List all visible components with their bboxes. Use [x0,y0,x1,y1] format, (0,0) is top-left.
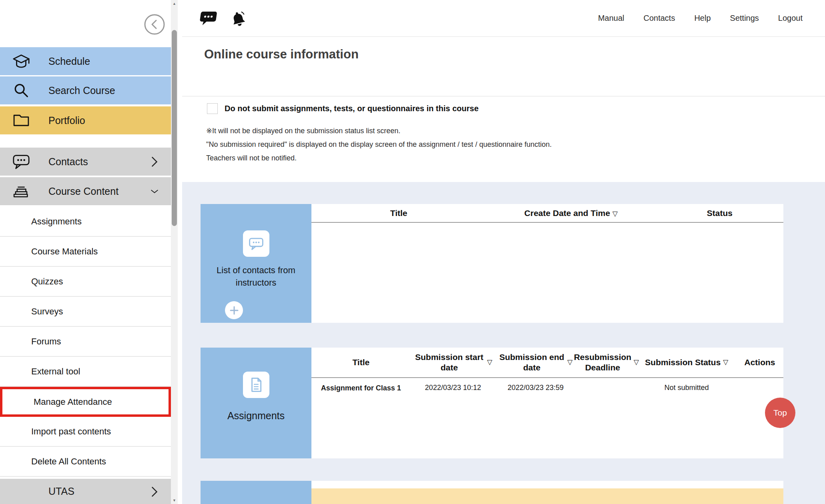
column-header-status: Status [656,208,783,218]
column-header-label: Create Date and Time [524,208,610,218]
nav-contacts[interactable]: Contacts [643,14,675,23]
column-header-label: Resubmission Deadline [574,352,632,373]
folder-icon [12,111,30,130]
sidebar-item-forums[interactable]: Forums [0,327,171,357]
contacts-card: List of contacts from instructors Title … [201,204,783,323]
column-header-submission-start: Submission start date ▽ [411,348,496,377]
top-navigation: Manual Contacts Help Settings Logout [598,14,803,23]
sidebar-item-manage-attendance[interactable]: Manage Attendance [0,387,171,417]
assignments-panel-label: Assignments [201,410,311,422]
sidebar-item-search-course[interactable]: Search Course [0,76,171,104]
add-contact-button[interactable] [225,301,243,319]
column-header-title: Title [311,348,411,377]
column-header-label: Submission Status [645,357,721,368]
column-header-resubmission-deadline: Resubmission Deadline ▽ [576,348,637,377]
nav-help[interactable]: Help [694,14,711,23]
table-row: Assignment for Class 1 2022/03/23 10:12 … [311,378,783,392]
sort-icon[interactable]: ▽ [612,210,618,218]
note-line: Teachers will not be notified. [206,154,552,162]
sidebar-item-label: UTAS [48,486,74,497]
contacts-bubble-icon [243,230,269,257]
scroll-up-icon[interactable]: ▲ [171,0,178,7]
column-header-actions: Actions [736,348,783,377]
course-content-submenu: Assignments Course Materials Quizzes Sur… [0,207,171,477]
notes: ※It will not be displayed on the submiss… [206,126,552,168]
column-header-label: Submission start date [414,352,485,373]
sidebar-item-import-past-contents[interactable]: Import past contents [0,417,171,447]
column-header-title: Title [311,208,486,218]
nav-settings[interactable]: Settings [730,14,759,23]
sidebar-scrollbar[interactable]: ▲ ▼ [171,0,178,504]
no-submit-checkbox[interactable] [207,103,218,114]
chevron-right-icon [150,156,159,168]
contacts-table-header: Title Create Date and Time ▽ Status [311,204,783,223]
sidebar-item-quizzes[interactable]: Quizzes [0,267,171,297]
sort-icon[interactable]: ▽ [723,357,728,368]
sort-icon[interactable]: ▽ [487,357,492,368]
sidebar-item-surveys[interactable]: Surveys [0,297,171,327]
sidebar-item-delete-all-contents[interactable]: Delete All Contents [0,447,171,477]
third-card-panel [201,481,311,504]
sidebar-item-label: Contacts [48,156,88,168]
topbar: Manual Contacts Help Settings Logout [182,0,825,37]
sidebar-item-label: Search Course [48,85,115,96]
sidebar-item-external-tool[interactable]: External tool [0,357,171,387]
books-icon [12,182,30,200]
cell-actions [736,384,783,392]
course-info-section: Online course information Do not submit … [182,37,825,182]
sidebar-subitem-label: Quizzes [31,276,63,287]
sidebar-item-label: Course Content [48,186,118,197]
assignments-table: Title Submission start date ▽ Submission… [311,348,783,458]
cell-title[interactable]: Assignment for Class 1 [311,384,411,392]
sidebar-subitem-label: Forums [31,336,61,347]
nav-manual[interactable]: Manual [598,14,624,23]
page-title: Online course information [204,47,359,62]
sidebar-item-utas[interactable]: UTAS [0,479,171,504]
contacts-panel-label: List of contacts from instructors [201,264,311,289]
sidebar-subitem-label: External tool [31,366,80,377]
sidebar-subitem-label: Surveys [31,306,63,317]
column-header-create-date: Create Date and Time ▽ [486,208,656,218]
column-header-submission-end: Submission end date ▽ [496,348,576,377]
assignments-table-header: Title Submission start date ▽ Submission… [311,348,783,378]
chevron-down-icon [150,185,159,197]
sidebar-item-portfolio[interactable]: Portfolio [0,106,171,134]
assignments-panel: Assignments [201,348,311,458]
plus-icon [229,305,239,316]
collapse-sidebar-button[interactable] [144,14,165,35]
sidebar-subitem-label: Course Materials [31,246,98,257]
cell-resubmission-deadline [576,384,637,392]
back-arrow-icon [144,14,165,35]
sidebar-item-course-content[interactable]: Course Content [0,177,171,205]
scroll-to-top-button[interactable]: Top [765,398,795,428]
sidebar-subitem-label: Import past contents [31,426,111,437]
cell-submission-status: Not submitted [637,384,736,392]
highlighted-row [311,488,783,504]
nav-logout[interactable]: Logout [778,14,803,23]
sidebar-spacer [0,134,171,148]
third-card [201,481,783,504]
speech-bubble-icon [12,152,30,171]
column-header-submission-status: Submission Status ▽ [637,348,736,377]
contacts-panel: List of contacts from instructors [201,204,311,323]
sidebar-item-course-materials[interactable]: Course Materials [0,237,171,267]
sidebar-item-assignments[interactable]: Assignments [0,207,171,237]
no-submit-option: Do not submit assignments, tests, or que… [207,103,479,114]
chevron-right-icon [150,486,159,498]
scroll-down-icon[interactable]: ▼ [171,497,178,504]
sidebar-subitem-label: Delete All Contents [31,456,106,467]
sidebar: Schedule Search Course Portfolio Cont [0,0,171,504]
sort-icon[interactable]: ▽ [567,357,572,368]
cell-submission-end: 2022/03/23 23:59 [496,384,576,392]
main-area: Manual Contacts Help Settings Logout Onl… [182,0,825,504]
contacts-table: Title Create Date and Time ▽ Status [311,204,783,323]
scrollbar-thumb[interactable] [172,30,177,226]
note-line: "No submission required" is displayed on… [206,140,552,149]
graduation-cap-icon [12,52,30,70]
sidebar-item-schedule[interactable]: Schedule [0,47,171,75]
sidebar-item-contacts[interactable]: Contacts [0,148,171,176]
cell-submission-start: 2022/03/23 10:12 [411,384,496,392]
messages-icon[interactable] [199,10,217,26]
notifications-bell-icon[interactable] [228,8,249,28]
assignment-title[interactable]: Assignment for Class 1 [321,384,401,392]
